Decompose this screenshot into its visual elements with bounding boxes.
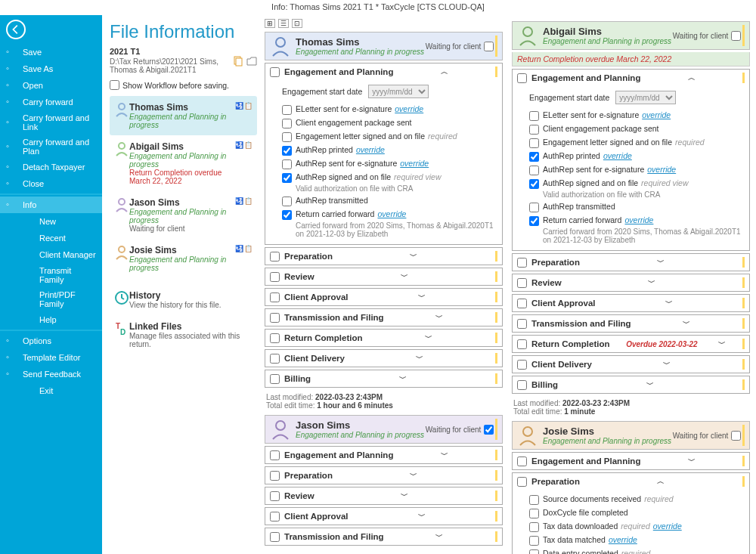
section-header[interactable]: Review ﹀ [265, 487, 502, 504]
person-card[interactable]: Jason Sims Engagement and Planning in pr… [110, 191, 257, 239]
task-checkbox[interactable] [529, 495, 539, 505]
task-checkbox[interactable] [529, 125, 539, 135]
section-header[interactable]: Engagement and Planning ︿ [513, 70, 749, 86]
workflow-task[interactable]: Client engagement package sent [529, 122, 743, 136]
section-header[interactable]: Billing ﹀ [513, 376, 749, 393]
sidebar-item-help[interactable]: Help [0, 311, 102, 328]
task-checkbox[interactable] [529, 111, 539, 121]
section-header[interactable]: Preparation ﹀ [265, 248, 502, 265]
override-link[interactable]: override [395, 104, 423, 113]
section-header[interactable]: Engagement and Planning ﹀ [513, 453, 749, 469]
override-link[interactable]: override [356, 145, 385, 154]
waiting-checkbox[interactable] [731, 431, 741, 441]
section-header[interactable]: Return Completion ﹀ [265, 330, 502, 346]
workflow-task[interactable]: DoxCycle file completed [529, 506, 743, 520]
section-header[interactable]: Preparation ﹀ [265, 467, 502, 484]
workflow-task[interactable]: Return carried forward override [529, 214, 743, 227]
task-checkbox[interactable] [529, 509, 539, 518]
task-checkbox[interactable] [529, 152, 539, 162]
task-checkbox[interactable] [282, 159, 292, 169]
section-header[interactable]: Client Approval ﹀ [265, 508, 502, 525]
waiting-checkbox[interactable] [484, 425, 494, 435]
override-link[interactable]: override [609, 535, 637, 544]
linked-files-link[interactable]: TD Linked Files Manage files associated … [110, 315, 257, 354]
sidebar-item-print-pdf-family[interactable]: Print/PDF Family [0, 287, 102, 311]
task-checkbox[interactable] [529, 549, 539, 554]
override-link[interactable]: override [377, 209, 406, 218]
sidebar-item-detach-taxpayer[interactable]: ◦Detach Taxpayer [0, 159, 102, 175]
section-header[interactable]: Return Completion Overdue 2022-03-22 ﹀ [513, 336, 749, 352]
task-checkbox[interactable] [282, 146, 292, 156]
section-header[interactable]: Client Delivery ﹀ [513, 356, 749, 373]
workflow-task[interactable]: ELetter sent for e-signature override [282, 103, 496, 116]
override-link[interactable]: override [647, 165, 676, 174]
task-checkbox[interactable] [282, 173, 292, 183]
date-select[interactable]: yyyy/mm/dd [615, 91, 676, 104]
task-checkbox[interactable] [282, 210, 292, 220]
show-workflow-checkbox[interactable]: Show Workflow before saving. [110, 80, 257, 90]
workflow-task[interactable]: AuthRep sent for e-signature override [282, 157, 496, 171]
section-header[interactable]: Review ﹀ [513, 274, 749, 291]
workflow-task[interactable]: Engagement letter signed and on file req… [529, 136, 743, 150]
task-checkbox[interactable] [529, 179, 539, 189]
section-header[interactable]: Transmission and Filing ﹀ [513, 315, 749, 332]
person-card[interactable]: Abigail Sims Engagement and Planning in … [110, 135, 257, 191]
sidebar-item-close[interactable]: ◦Close [0, 175, 102, 192]
workflow-task[interactable]: Return carried forward override [282, 208, 496, 221]
date-select[interactable]: yyyy/mm/dd [368, 85, 429, 98]
override-link[interactable]: override [400, 159, 429, 168]
sidebar-item-new[interactable]: New [0, 213, 102, 230]
section-header[interactable]: Transmission and Filing ﹀ [265, 528, 502, 545]
workflow-task[interactable]: Tax data downloaded required override [529, 520, 743, 534]
task-checkbox[interactable] [529, 138, 539, 148]
person-card[interactable]: Thomas Sims Engagement and Planning in p… [110, 96, 257, 135]
sidebar-item-template-editor[interactable]: ◦Template Editor [0, 349, 102, 366]
section-header[interactable]: Engagement and Planning ﹀ [265, 447, 502, 463]
workflow-task[interactable]: Source documents received required [529, 493, 743, 506]
back-button[interactable] [6, 20, 26, 39]
workflow-task[interactable]: AuthRep printed override [282, 144, 496, 157]
sidebar-item-carry-forward-and-plan[interactable]: ◦Carry forward and Plan [0, 135, 102, 159]
sidebar-item-carry-forward-and-link[interactable]: ◦Carry forward and Link [0, 110, 102, 135]
sidebar-item-open[interactable]: ◦Open [0, 77, 102, 94]
sidebar-item-info[interactable]: ◦Info [0, 197, 102, 213]
workflow-task[interactable]: Tax data matched override [529, 534, 743, 547]
copy-path-icon[interactable] [234, 56, 243, 67]
section-header[interactable]: Billing ﹀ [265, 370, 502, 387]
task-checkbox[interactable] [529, 166, 539, 175]
override-link[interactable]: override [653, 522, 682, 531]
workflow-task[interactable]: Engagement letter signed and on file req… [282, 130, 496, 144]
section-header[interactable]: Client Approval ﹀ [513, 295, 749, 311]
workflow-task[interactable]: AuthRep signed and on file required view [282, 171, 496, 184]
sidebar-item-exit[interactable]: Exit [0, 382, 102, 399]
task-checkbox[interactable] [282, 197, 292, 206]
sidebar-item-carry-forward[interactable]: ◦Carry forward [0, 94, 102, 110]
task-checkbox[interactable] [282, 132, 292, 142]
sidebar-item-client-manager[interactable]: Client Manager [0, 246, 102, 263]
sidebar-item-transmit-family[interactable]: Transmit Family [0, 263, 102, 287]
sidebar-item-send-feedback[interactable]: ◦Send Feedback [0, 366, 102, 382]
sidebar-item-options[interactable]: ◦Options [0, 333, 102, 349]
waiting-checkbox[interactable] [484, 42, 494, 51]
workflow-task[interactable]: Data entry completed required [529, 547, 743, 554]
workflow-task[interactable]: Client engagement package sent [282, 116, 496, 130]
view-toggle-icons[interactable]: ⊞☰⊡ [265, 19, 503, 28]
section-header[interactable]: Client Approval ﹀ [265, 289, 502, 305]
section-header[interactable]: Engagement and Planning ︿ [265, 63, 502, 80]
person-card[interactable]: Josie Sims Engagement and Planning in pr… [110, 239, 257, 278]
history-link[interactable]: History View the history for this file. [110, 284, 257, 315]
sidebar-item-recent[interactable]: Recent [0, 230, 102, 246]
workflow-task[interactable]: AuthRep printed override [529, 150, 743, 163]
override-link[interactable]: override [642, 110, 671, 119]
section-header[interactable]: Preparation ﹀ [513, 254, 749, 271]
task-checkbox[interactable] [282, 105, 292, 115]
sidebar-item-save[interactable]: ◦Save [0, 44, 102, 60]
task-checkbox[interactable] [529, 216, 539, 226]
task-checkbox[interactable] [282, 119, 292, 128]
override-link[interactable]: override [603, 151, 632, 160]
section-header[interactable]: Transmission and Filing ﹀ [265, 309, 502, 326]
waiting-checkbox[interactable] [731, 31, 741, 41]
task-checkbox[interactable] [529, 536, 539, 546]
sidebar-item-save-as[interactable]: ◦Save As [0, 60, 102, 77]
workflow-task[interactable]: AuthRep sent for e-signature override [529, 163, 743, 177]
